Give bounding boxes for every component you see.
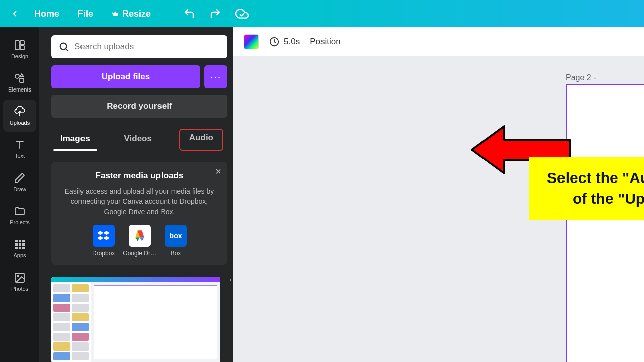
page-duration[interactable]: 5.0s — [269, 36, 300, 47]
uploads-grid — [51, 277, 227, 362]
rail-uploads-label: Uploads — [10, 120, 30, 126]
cloud-save-icon[interactable] — [230, 4, 254, 23]
provider-gdrive[interactable]: Google Dr… — [123, 225, 156, 257]
home-label: Home — [34, 9, 59, 19]
svg-rect-14 — [22, 247, 25, 249]
svg-rect-13 — [19, 247, 21, 249]
tab-images[interactable]: Images — [53, 130, 97, 151]
dropbox-icon — [93, 225, 115, 247]
rail-photos[interactable]: Photos — [3, 265, 36, 298]
annotation-text: Select the "Audio" tab on the header of … — [547, 169, 644, 207]
topbar: Home File Resize — [0, 0, 644, 27]
svg-rect-4 — [20, 78, 24, 82]
search-input-wrap[interactable] — [51, 35, 227, 58]
record-yourself-label: Record yourself — [107, 101, 172, 111]
rail-apps-label: Apps — [13, 252, 26, 258]
box-icon: box — [165, 225, 187, 247]
image-icon — [14, 272, 26, 284]
rail-draw[interactable]: Draw — [3, 166, 36, 198]
templates-icon — [14, 39, 26, 51]
grid-icon — [14, 238, 26, 250]
rail-apps[interactable]: Apps — [3, 232, 36, 264]
position-button[interactable]: Position — [310, 37, 340, 47]
annotation-callout: Select the "Audio" tab on the header of … — [529, 157, 644, 220]
provider-dropbox-label: Dropbox — [92, 250, 115, 257]
file-label: File — [77, 9, 93, 19]
collapse-panel-button[interactable]: ‹ — [227, 265, 233, 294]
pencil-icon — [14, 172, 26, 184]
svg-rect-7 — [19, 240, 21, 242]
upload-files-label: Upload files — [102, 72, 150, 82]
rail-photos-label: Photos — [11, 286, 28, 292]
provider-gdrive-label: Google Dr… — [123, 250, 156, 257]
rail-projects[interactable]: Projects — [3, 199, 36, 231]
svg-rect-12 — [15, 247, 18, 249]
rail-elements[interactable]: Elements — [3, 66, 36, 99]
rail-draw-label: Draw — [13, 186, 26, 192]
search-input[interactable] — [74, 42, 220, 52]
folder-icon — [14, 205, 26, 217]
tab-audio-label: Audio — [189, 133, 213, 142]
gdrive-icon — [129, 225, 151, 247]
rail-text[interactable]: Text — [3, 133, 36, 165]
svg-rect-1 — [20, 41, 24, 45]
canvas-area: 5.0s Position Page 2 - Select the "Audio… — [233, 27, 644, 362]
promo-desc: Easily access and upload all your media … — [61, 186, 217, 217]
position-label: Position — [310, 37, 340, 46]
record-yourself-button[interactable]: Record yourself — [51, 95, 227, 118]
faster-uploads-promo: × Faster media uploads Easily access and… — [51, 162, 227, 265]
resize-menu[interactable]: Resize — [104, 6, 158, 22]
svg-rect-11 — [22, 243, 25, 246]
text-icon — [14, 139, 26, 151]
tab-audio[interactable]: Audio — [179, 129, 223, 151]
back-button[interactable] — [6, 6, 23, 21]
svg-rect-2 — [20, 46, 24, 50]
object-rail: Design Elements Uploads Text Draw Projec… — [0, 27, 39, 362]
rail-elements-label: Elements — [8, 86, 31, 93]
background-color-swatch[interactable] — [244, 34, 259, 49]
provider-box-label: Box — [171, 250, 181, 257]
upload-thumbnail[interactable] — [51, 277, 220, 362]
close-icon[interactable]: × — [215, 166, 221, 177]
resize-label: Resize — [122, 9, 151, 19]
rail-uploads[interactable]: Uploads — [3, 100, 36, 132]
svg-rect-8 — [22, 240, 25, 242]
svg-rect-0 — [15, 41, 19, 50]
svg-point-3 — [15, 74, 19, 78]
undo-button[interactable] — [178, 5, 200, 23]
page-label: Page 2 - — [566, 73, 596, 82]
svg-rect-10 — [19, 243, 21, 246]
uploads-panel: Upload files ··· Record yourself Images … — [39, 27, 233, 362]
duration-value: 5.0s — [284, 37, 300, 47]
rail-design-label: Design — [11, 53, 28, 59]
redo-button[interactable] — [204, 5, 226, 23]
provider-dropbox[interactable]: Dropbox — [92, 225, 115, 257]
search-icon — [58, 41, 69, 52]
clock-icon — [269, 36, 280, 47]
upload-more-button[interactable]: ··· — [204, 65, 227, 88]
cloud-upload-icon — [14, 106, 26, 118]
shapes-icon — [14, 72, 26, 84]
promo-title: Faster media uploads — [61, 171, 217, 181]
tab-images-label: Images — [60, 134, 90, 143]
tab-videos-label: Videos — [124, 134, 152, 143]
svg-point-16 — [17, 275, 19, 277]
uploads-tabs: Images Videos Audio — [51, 130, 227, 151]
crown-icon — [111, 10, 119, 18]
rail-text-label: Text — [15, 153, 25, 159]
upload-files-button[interactable]: Upload files — [51, 65, 200, 88]
canvas-toolbar: 5.0s Position — [233, 27, 644, 56]
tab-videos[interactable]: Videos — [117, 130, 159, 151]
canvas-page[interactable] — [566, 84, 644, 362]
rail-projects-label: Projects — [10, 219, 30, 225]
svg-rect-6 — [15, 240, 18, 242]
file-menu[interactable]: File — [70, 6, 100, 22]
home-button[interactable]: Home — [27, 6, 66, 22]
provider-box[interactable]: box Box — [165, 225, 187, 257]
svg-line-18 — [66, 49, 68, 51]
rail-design[interactable]: Design — [3, 33, 36, 65]
svg-rect-9 — [15, 243, 18, 246]
